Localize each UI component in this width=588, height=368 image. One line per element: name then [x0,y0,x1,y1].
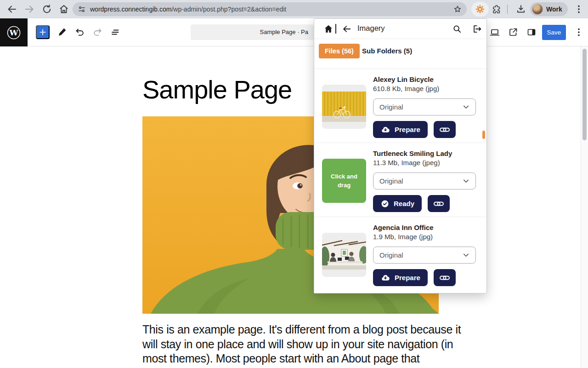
file-name: Alexey Lin Bicycle [373,75,434,83]
copy-link-button[interactable] [434,121,456,138]
page-scrollbar-track[interactable] [581,46,588,368]
tab-subfolders[interactable]: Sub Folders (5) [362,44,412,58]
variant-value: Original [379,103,462,111]
back-icon[interactable] [6,4,17,15]
imagery-popup: Imagery Files (56) Sub Folders (5) [314,18,487,293]
prepare-button[interactable]: Prepare [373,121,428,138]
file-meta: 11.3 Mb, Image (jpeg) [373,159,440,167]
save-button[interactable]: Save [542,25,566,40]
file-name: Agencia Inn Office [373,224,434,231]
bookmark-star-icon[interactable] [453,5,462,14]
popup-home-icon[interactable] [323,24,334,34]
url-bar[interactable]: wordpress.connectingib.com/wp-admin/post… [73,2,467,16]
popup-scrollbar-thumb[interactable] [482,131,485,139]
ready-label: Ready [394,200,414,207]
copy-link-button[interactable] [428,195,450,212]
url-text: wordpress.connectingib.com/wp-admin/post… [90,6,453,13]
editor-options-icon[interactable] [573,27,584,38]
tools-pencil-icon[interactable] [57,27,68,38]
file-meta: 610.8 Kb, Image (jpg) [373,85,439,92]
avatar [532,4,543,15]
file-meta: 1.9 Mb, Image (jpg) [373,233,433,241]
editor-toolbar: W Sample Page · Pa Save [0,18,588,46]
profile-label: Work [546,6,562,13]
document-title-pill[interactable]: Sample Page · Pa [191,24,314,40]
document-overview-icon[interactable] [110,27,121,38]
block-inserter-button[interactable] [36,25,50,39]
post-paragraph[interactable]: This is an example page. It's different … [142,322,461,366]
site-info-icon[interactable] [78,5,86,13]
svg-text:W: W [9,28,18,37]
plus-icon [38,28,47,37]
wordpress-logo[interactable]: W [0,18,28,46]
chevron-down-icon [462,177,470,185]
paragraph-line: This is an example page. It's different … [142,322,461,337]
imagery-extension-icon [475,4,485,14]
prepare-label: Prepare [395,274,420,282]
reload-icon[interactable] [41,4,52,15]
browser-toolbar: wordpress.connectingib.com/wp-admin/post… [0,0,588,18]
link-icon [439,125,450,134]
copy-link-button[interactable] [434,269,456,286]
tab-files[interactable]: Files (56) [319,44,360,58]
post-title[interactable]: Sample Page [142,74,292,106]
url-path: /wp-admin/post.php?post=2&action=edit [171,6,286,13]
variant-select[interactable]: Original [373,247,476,264]
view-preview-icon[interactable] [489,27,500,38]
file-thumbnail-office[interactable] [322,233,366,277]
ready-button[interactable]: Ready [373,195,422,212]
page-scrollbar-thumb[interactable] [582,49,587,140]
paragraph-line: will stay in one place and will show up … [142,337,461,352]
check-circle-icon [380,199,390,208]
downloads-icon[interactable] [515,4,526,15]
popup-back-icon[interactable] [342,24,352,34]
document-pill-label: Sample Page · Pa [260,29,308,35]
file-name: Turtleneck Smiling Lady [373,150,452,157]
home-icon[interactable] [58,4,69,15]
popup-header-divider [335,24,336,34]
link-icon [433,199,444,208]
popup-search-icon[interactable] [452,24,462,34]
paragraph-line: most themes). Most people start with an … [142,351,461,366]
chevron-down-icon [462,251,470,259]
prepare-label: Prepare [395,126,420,133]
popup-header-rule [314,39,486,39]
extensions-puzzle-icon[interactable] [492,4,502,14]
settings-sidebar-icon[interactable] [526,27,537,38]
browser-menu-icon[interactable] [573,4,584,15]
file-thumbnail-drag-overlay[interactable]: Click and drag [322,159,366,203]
variant-select[interactable]: Original [373,172,476,190]
variant-value: Original [379,251,462,259]
prepare-button[interactable]: Prepare [373,269,428,286]
cloud-download-icon [380,273,390,282]
file-thumbnail-bicycle[interactable] [322,85,366,129]
cloud-download-icon [380,125,390,134]
variant-select[interactable]: Original [373,98,476,115]
file-row: Alexey Lin Bicycle 610.8 Kb, Image (jpg)… [314,69,486,143]
variant-value: Original [379,177,462,185]
link-icon [439,273,450,282]
undo-icon[interactable] [74,27,85,38]
file-row: Agencia Inn Office 1.9 Mb, Image (jpg) O… [314,217,486,294]
chevron-down-icon [462,103,470,111]
toolbar-divider [507,5,508,14]
file-row: Click and drag Turtleneck Smiling Lady 1… [314,143,486,217]
url-domain: wordpress.connectingib.com [90,6,171,13]
active-extension-button[interactable] [471,2,489,17]
profile-button[interactable]: Work [530,2,568,16]
popup-signout-icon[interactable] [472,24,482,34]
popup-title: Imagery [357,24,385,33]
redo-icon[interactable] [92,27,103,38]
external-link-icon[interactable] [508,27,519,38]
forward-icon[interactable] [24,4,35,15]
